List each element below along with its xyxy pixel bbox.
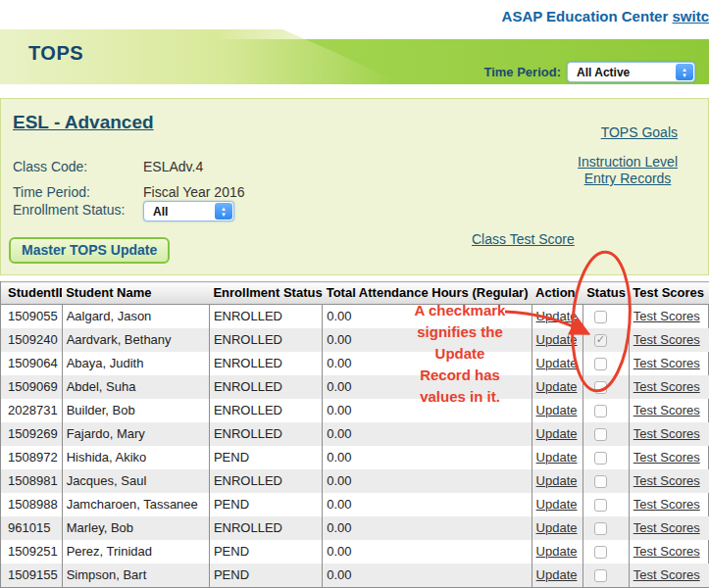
enrollment-status-cell: ENROLLED	[209, 516, 322, 540]
student-name-cell: Abaya, Judith	[62, 352, 209, 375]
student-table-body: 1509055 Aalgard, Jason ENROLLED 0.00 Upd…	[1, 305, 709, 587]
student-id-cell: 1508972	[1, 446, 62, 469]
instruction-level-entry-records-link[interactable]: Instruction Level Entry Records	[578, 154, 678, 187]
student-id-cell: 1509269	[1, 422, 62, 446]
student-name-cell: Jamcharoen, Tassanee	[62, 493, 209, 516]
status-checkbox[interactable]	[594, 405, 607, 417]
tops-goals-link[interactable]: TOPS Goals	[601, 124, 678, 140]
status-checkbox[interactable]	[594, 358, 607, 370]
update-link[interactable]: Update	[536, 497, 578, 512]
table-header-row: StudentID Student Name Enrollment Status…	[1, 282, 709, 305]
student-name-cell: Simpson, Bart	[62, 564, 209, 587]
test-scores-link[interactable]: Test Scores	[633, 379, 700, 394]
student-name-cell: Fajardo, Mary	[62, 422, 209, 446]
enrollment-status-cell: PEND	[209, 446, 322, 469]
student-id-cell: 1509240	[1, 328, 62, 352]
status-checkbox[interactable]	[594, 311, 607, 323]
enrollment-status-select[interactable]: All ▲▼	[143, 201, 234, 221]
update-link[interactable]: Update	[536, 567, 578, 582]
table-row: 2028731 Builder, Bob ENROLLED 0.00 Updat…	[1, 399, 709, 422]
class-title-link[interactable]: ESL - Advanced	[13, 112, 154, 133]
test-scores-link[interactable]: Test Scores	[633, 403, 700, 417]
update-link[interactable]: Update	[536, 520, 578, 535]
test-scores-link[interactable]: Test Scores	[633, 567, 700, 582]
table-row: 1509240 Aardvark, Bethany ENROLLED 0.00 …	[1, 328, 709, 352]
test-scores-link[interactable]: Test Scores	[633, 544, 700, 559]
test-scores-link[interactable]: Test Scores	[633, 309, 700, 323]
table-row: 1509155 Simpson, Bart PEND 0.00 Update T…	[1, 564, 709, 587]
attendance-hours-cell: 0.00	[323, 493, 532, 516]
annotation-text: A checkmarksignifies theUpdateRecord has…	[374, 300, 546, 408]
table-row: 961015 Marley, Bob ENROLLED 0.00 Update …	[1, 516, 709, 540]
student-id-cell: 1508988	[1, 493, 62, 516]
table-row: 1509055 Aalgard, Jason ENROLLED 0.00 Upd…	[1, 305, 709, 328]
switch-link[interactable]: switc	[672, 8, 709, 24]
status-checkbox[interactable]	[594, 381, 607, 394]
update-link[interactable]: Update	[536, 450, 578, 465]
status-checkbox[interactable]	[594, 334, 607, 347]
update-link[interactable]: Update	[536, 426, 578, 441]
status-checkbox[interactable]	[594, 499, 607, 512]
student-id-cell: 1509155	[1, 564, 62, 587]
update-link[interactable]: Update	[536, 473, 578, 488]
time-period-control: Time Period: All Active ▲▼	[483, 62, 695, 82]
status-checkbox[interactable]	[594, 546, 607, 559]
student-id-cell: 2028731	[1, 399, 62, 422]
status-checkbox[interactable]	[594, 428, 607, 441]
test-scores-link[interactable]: Test Scores	[633, 426, 700, 441]
status-checkbox[interactable]	[594, 475, 607, 488]
student-id-cell: 1509251	[1, 540, 62, 564]
test-scores-link[interactable]: Test Scores	[633, 332, 700, 347]
page: ASAP Education Center switc TOPS Time Pe…	[0, 0, 709, 588]
instruction-level-line1: Instruction Level	[578, 154, 678, 171]
attendance-hours-cell: 0.00	[323, 516, 532, 540]
table-row: 1509269 Fajardo, Mary ENROLLED 0.00 Upda…	[1, 422, 709, 446]
col-header-student-name: Student Name	[62, 282, 209, 305]
instruction-level-line2: Entry Records	[578, 171, 678, 187]
enrollment-status-cell: ENROLLED	[209, 375, 322, 399]
student-id-cell: 1509069	[1, 375, 62, 399]
test-scores-link[interactable]: Test Scores	[633, 450, 700, 465]
master-tops-update-button[interactable]: Master TOPS Update	[9, 237, 170, 264]
time-period-label: Time Period:	[483, 65, 561, 79]
table-row: 1508972 Hishida, Akiko PEND 0.00 Update …	[1, 446, 709, 469]
test-scores-link[interactable]: Test Scores	[633, 473, 700, 488]
student-name-cell: Hishida, Akiko	[62, 446, 209, 469]
enrollment-status-cell: PEND	[209, 493, 322, 516]
students-table: StudentID Student Name Enrollment Status…	[1, 281, 709, 587]
test-scores-link[interactable]: Test Scores	[633, 356, 700, 370]
enrollment-status-cell: ENROLLED	[209, 399, 322, 422]
col-header-status: Status	[582, 282, 629, 305]
col-header-enrollment-status: Enrollment Status	[209, 282, 322, 305]
table-row: 1509064 Abaya, Judith ENROLLED 0.00 Upda…	[1, 352, 709, 375]
student-name-cell: Jacques, Saul	[62, 469, 209, 493]
attendance-hours-cell: 0.00	[323, 422, 532, 446]
enrollment-status-cell: ENROLLED	[209, 469, 322, 493]
update-link[interactable]: Update	[536, 544, 578, 559]
attendance-hours-cell: 0.00	[323, 469, 532, 493]
class-panel: ESL - Advanced TOPS Goals Instruction Le…	[0, 98, 709, 275]
table-row: 1508988 Jamcharoen, Tassanee PEND 0.00 U…	[1, 493, 709, 516]
top-banner: TOPS Time Period: All Active ▲▼	[0, 29, 709, 85]
students-table-container: StudentID Student Name Enrollment Status…	[0, 281, 709, 588]
student-id-cell: 1508981	[1, 469, 62, 493]
col-header-test-scores: Test Scores	[629, 282, 709, 305]
time-period-selected-value: All Active	[577, 66, 630, 79]
status-checkbox[interactable]	[594, 522, 607, 535]
time-period-field-value: Fiscal Year 2016	[143, 184, 245, 200]
enrollment-status-cell: ENROLLED	[209, 305, 322, 328]
col-header-student-id: StudentID	[1, 282, 62, 305]
student-name-cell: Abdel, Suha	[62, 375, 209, 399]
student-name-cell: Perez, Trinidad	[62, 540, 209, 564]
status-checkbox[interactable]	[594, 452, 607, 465]
enrollment-status-cell: ENROLLED	[209, 328, 322, 352]
status-checkbox[interactable]	[594, 569, 607, 582]
test-scores-link[interactable]: Test Scores	[633, 497, 700, 512]
class-test-score-link[interactable]: Class Test Score	[472, 231, 575, 247]
brand-title: ASAP Education Center	[502, 8, 669, 24]
student-name-cell: Aardvark, Bethany	[62, 328, 209, 352]
student-id-cell: 1509064	[1, 352, 62, 375]
time-period-select[interactable]: All Active ▲▼	[567, 62, 695, 82]
brand-bar: ASAP Education Center switc	[502, 8, 709, 24]
test-scores-link[interactable]: Test Scores	[633, 520, 700, 535]
